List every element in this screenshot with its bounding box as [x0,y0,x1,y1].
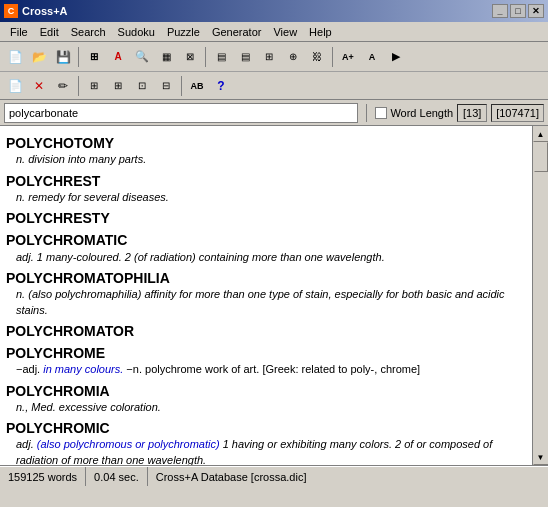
list2-button[interactable]: ▤ [234,46,256,68]
grid6-button[interactable]: ⊞ [107,75,129,97]
separator-4 [78,76,79,96]
menu-edit[interactable]: Edit [34,24,65,40]
separator-5 [181,76,182,96]
minimize-button[interactable]: _ [492,4,508,18]
total-count: [107471] [491,104,544,122]
separator-3 [332,47,333,67]
scrollbar[interactable]: ▲ ▼ [532,126,548,465]
save-button[interactable]: 💾 [52,46,74,68]
edit-button[interactable]: ✏ [52,75,74,97]
entry-word-9: POLYCHROMIC [6,419,526,437]
entry-word-7: POLYCHROME [6,344,526,362]
entry-word-2: POLYCHREST [6,172,526,190]
grid5-button[interactable]: ⊞ [83,75,105,97]
entry-def-9: adj. (also polychromous or polychromatic… [16,437,526,465]
entry-word-1: POLYCHOTOMY [6,134,526,152]
grid4-button[interactable]: ⊞ [258,46,280,68]
grid8-button[interactable]: ⊟ [155,75,177,97]
entry-def-8: n., Med. excessive coloration. [16,400,526,415]
grid7-button[interactable]: ⊡ [131,75,153,97]
help-button[interactable]: ? [210,75,232,97]
entry-def-2: n. remedy for several diseases. [16,190,526,205]
delete-button[interactable]: ✕ [28,75,50,97]
entry-word-4: POLYCHROMATIC [6,231,526,249]
entry-word-8: POLYCHROMIA [6,382,526,400]
scroll-down-button[interactable]: ▼ [533,449,549,465]
word-length-checkbox-area: Word Length [375,107,453,119]
scroll-up-button[interactable]: ▲ [533,126,549,142]
entry-def-7: −adj. in many colours. −n. polychrome wo… [16,362,526,377]
entry-def-1: n. division into many parts. [16,152,526,167]
word-length-value: [13] [457,104,487,122]
run-button[interactable]: ▶ [385,46,407,68]
entry-word-5: POLYCHROMATOPHILIA [6,269,526,287]
results-container: POLYCHOTOMY n. division into many parts.… [0,126,548,466]
entry-word-6: POLYCHROMATOR [6,322,526,340]
list1-button[interactable]: ▤ [210,46,232,68]
find-button[interactable]: 🔍 [131,46,153,68]
scroll-thumb[interactable] [534,142,548,172]
toolbar-2: 📄 ✕ ✏ ⊞ ⊞ ⊡ ⊟ AB ? [0,72,548,100]
grid1-button[interactable]: ⊞ [83,46,105,68]
menu-file[interactable]: File [4,24,34,40]
menu-sudoku[interactable]: Sudoku [112,24,161,40]
grid2-button[interactable]: ▦ [155,46,177,68]
word-length-label: Word Length [390,107,453,119]
link-button[interactable]: ⛓ [306,46,328,68]
app-title: Cross+A [22,5,68,17]
app-icon: C [4,4,18,18]
results-list: POLYCHOTOMY n. division into many parts.… [0,126,532,465]
toolbar-1: 📄 📂 💾 ⊞ A 🔍 ▦ ⊠ ▤ ▤ ⊞ ⊕ ⛓ A+ A ▶ [0,42,548,72]
status-bar: 159125 words 0.04 sec. Cross+A Database … [0,466,548,486]
close-button[interactable]: ✕ [528,4,544,18]
separator-1 [78,47,79,67]
entry-word-3: POLYCHRESTY [6,209,526,227]
menu-bar: File Edit Search Sudoku Puzzle Generator… [0,22,548,42]
entry-def-5: n. (also polychromaphilia) affinity for … [16,287,526,318]
cross-button[interactable]: ⊕ [282,46,304,68]
menu-puzzle[interactable]: Puzzle [161,24,206,40]
anagram-button[interactable]: A [107,46,129,68]
open-button[interactable]: 📂 [28,46,50,68]
scroll-track [533,142,548,449]
grid3-button[interactable]: ⊠ [179,46,201,68]
entry-def-4: adj. 1 many-coloured. 2 (of radiation) c… [16,250,526,265]
search-divider [366,104,367,122]
new2-button[interactable]: 📄 [4,75,26,97]
menu-view[interactable]: View [267,24,303,40]
status-time: 0.04 sec. [86,467,148,486]
separator-2 [205,47,206,67]
search-input[interactable] [4,103,358,123]
status-word-count: 159125 words [0,467,86,486]
search-bar: Word Length [13] [107471] [0,100,548,126]
title-bar: C Cross+A _ □ ✕ [0,0,548,22]
aplus-button[interactable]: A+ [337,46,359,68]
menu-help[interactable]: Help [303,24,338,40]
ab-button[interactable]: AB [186,75,208,97]
status-database: Cross+A Database [crossa.dic] [148,467,315,486]
menu-generator[interactable]: Generator [206,24,268,40]
word-length-checkbox[interactable] [375,107,387,119]
maximize-button[interactable]: □ [510,4,526,18]
new-button[interactable]: 📄 [4,46,26,68]
menu-search[interactable]: Search [65,24,112,40]
aonly-button[interactable]: A [361,46,383,68]
